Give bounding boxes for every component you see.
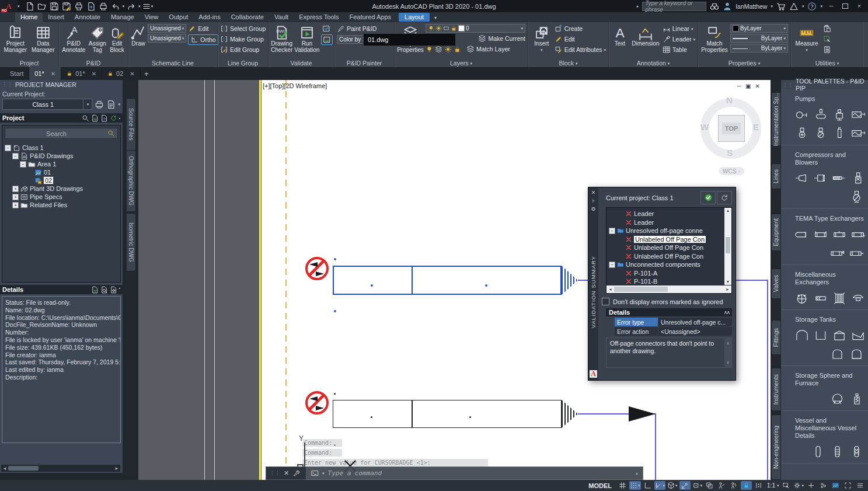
close-button[interactable]: × <box>854 2 864 11</box>
panel-label-block[interactable]: Block▾ <box>528 59 608 67</box>
validation-item-5[interactable]: Unlabeled Off Page Con <box>609 252 731 261</box>
command-grip-icon[interactable]: ⋮⋮ <box>270 471 280 476</box>
new-file-button[interactable] <box>25 1 35 11</box>
ribbon-tab-view[interactable]: View <box>140 12 164 22</box>
lock-ui-button[interactable] <box>741 481 752 490</box>
panel-close-icon[interactable]: ✕ <box>591 190 596 198</box>
batch-plot-button[interactable] <box>74 1 84 11</box>
validation-settings-button[interactable] <box>321 34 333 45</box>
viewcube-west[interactable]: W <box>700 122 709 132</box>
panel-label-annotation[interactable]: Annotation▾ <box>609 59 698 67</box>
layer-freeze-icon[interactable] <box>443 25 449 32</box>
chevron-down-icon[interactable]: ▾ <box>138 4 141 8</box>
plot-button[interactable] <box>98 1 109 11</box>
exchanger-bes-icon[interactable] <box>832 227 847 241</box>
vp-restore-icon[interactable]: ▣ <box>745 83 751 89</box>
model-space-button[interactable]: MODEL <box>584 482 616 489</box>
detail-key[interactable]: Error action <box>615 327 658 336</box>
ignore-errors-checkbox[interactable]: Don't display errors marked as ignored <box>602 298 732 305</box>
isodraft-button[interactable]: ▾ <box>667 481 678 490</box>
edit-attributes-button[interactable]: Edit Attributes▾ <box>555 45 606 54</box>
ribbon-display-toggle[interactable]: ▾ <box>434 15 437 22</box>
tank-cone-roof-icon[interactable] <box>832 328 847 342</box>
detail-value[interactable]: Unresolved off-page c... <box>658 318 732 326</box>
palette-tab-non-engineering[interactable]: Non-engineering <box>771 415 780 480</box>
drawing-tab-2[interactable]: 01*✕ <box>61 67 102 80</box>
new-drawing-icon[interactable] <box>91 114 99 122</box>
insert-block-button[interactable]: Insert▾ <box>531 24 553 52</box>
detail-preview-icon[interactable] <box>100 286 108 294</box>
leader-button[interactable]: Leader▾ <box>663 34 695 44</box>
layer-bulb-icon[interactable] <box>428 25 434 32</box>
schematic-polyline[interactable] <box>655 413 656 480</box>
chevron-down-icon[interactable]: ▪ <box>119 116 120 120</box>
drawing-tab-1[interactable]: 01*✕ <box>29 67 61 80</box>
palette-tab-equipment[interactable]: Equipment <box>771 214 780 251</box>
ribbon-tab-layout[interactable]: Layout <box>399 13 430 22</box>
wcs-menu[interactable]: WCS▿ <box>719 167 744 175</box>
ribbon-tab-home[interactable]: Home <box>15 12 43 22</box>
furnace-icon[interactable] <box>849 392 864 406</box>
match-layer-button[interactable]: Match Layer <box>466 44 510 54</box>
drawing-tab-0[interactable]: Start <box>5 67 29 80</box>
save-button[interactable] <box>49 1 60 11</box>
signed-in-user[interactable]: IanMatthew <box>735 3 767 10</box>
vessel-packed-icon[interactable] <box>849 444 864 458</box>
tree-expander-icon[interactable]: − <box>609 228 615 234</box>
new-drawing-tab-button[interactable]: + <box>141 67 152 80</box>
edit-line-button[interactable]: Edit <box>188 24 218 33</box>
pump-vertical-centrifugal-icon[interactable] <box>832 107 847 121</box>
workspace-switching-button[interactable] <box>780 481 792 490</box>
tab-close-icon[interactable]: ✕ <box>92 71 96 77</box>
exchanger-spiral-icon[interactable] <box>851 291 866 305</box>
measure-button[interactable]: Measure▾ <box>793 24 820 52</box>
app-store-cart-icon[interactable] <box>776 2 786 11</box>
annotation-visibility-button[interactable] <box>716 481 727 490</box>
palette-tab-fittings[interactable]: Fittings <box>771 320 780 355</box>
palette-tab-instruments[interactable]: Instruments <box>771 368 780 411</box>
pump-vertical-cylinder-icon[interactable] <box>832 126 847 140</box>
side-tab-source-files[interactable]: Source Files <box>127 98 136 151</box>
panel-label-layers[interactable]: Layers▾ <box>395 59 528 67</box>
tab-close-icon[interactable]: ✕ <box>130 71 134 77</box>
validation-item-7[interactable]: P-101-A <box>609 269 731 278</box>
restore-button[interactable] <box>840 2 850 11</box>
blower-vertical-icon[interactable] <box>851 171 866 185</box>
select-group-button[interactable]: Select Group <box>220 24 266 33</box>
tank-small-flat-icon[interactable] <box>849 347 864 361</box>
ribbon-tab-collaborate[interactable]: Collaborate <box>226 12 269 22</box>
application-menu-button[interactable]: A PID <box>0 0 18 12</box>
scrollbar-thumb[interactable] <box>614 287 668 292</box>
table-button[interactable]: Table <box>663 45 695 54</box>
edit-group-button[interactable]: Edit Group <box>220 45 259 54</box>
command-close-icon[interactable]: ✕ <box>284 469 289 477</box>
settings-gear-button[interactable]: ▾ <box>793 481 804 490</box>
search-expand-icon[interactable]: ▸ <box>637 4 639 8</box>
pump-sump-icon[interactable] <box>795 126 810 140</box>
tank-open-top-icon[interactable] <box>814 328 828 342</box>
viewcube-north[interactable]: N <box>726 95 733 105</box>
tree-expander-icon[interactable]: − <box>12 153 19 159</box>
palette-tab-lines[interactable]: Lines <box>771 163 780 189</box>
paste-button[interactable] <box>822 24 832 33</box>
ortho-mode-button[interactable] <box>642 481 653 490</box>
object-snap-button[interactable]: ▾ <box>692 481 703 490</box>
validation-item-4[interactable]: Unlabeled Off Page Con <box>609 243 731 252</box>
linetype-combo[interactable]: ByLayer▾ <box>730 44 788 53</box>
exchanger-aes-icon[interactable] <box>814 227 828 241</box>
ribbon-tab-manage[interactable]: Manage <box>106 12 140 22</box>
line-assignment-combo-1[interactable]: Unassigned▾ <box>148 24 186 33</box>
run-validation-button[interactable]: Run Validation <box>294 24 319 53</box>
palette-grip-icon[interactable]: ⋮⋮ <box>2 82 13 87</box>
polar-tracking-button[interactable]: ▾ <box>654 481 666 490</box>
ribbon-tab-insert[interactable]: Insert <box>43 12 69 22</box>
chevron-down-icon[interactable]: ▾ <box>663 483 665 487</box>
detail-doc1-icon[interactable] <box>91 286 99 294</box>
project-tree-item-plant-3d-drawings[interactable]: +Plant 3D Drawings <box>5 184 120 193</box>
validation-item-3[interactable]: Unlabeled Off Page Con <box>609 235 731 244</box>
open-file-button[interactable] <box>37 1 47 11</box>
isolate-objects-button[interactable] <box>818 481 829 490</box>
exchanger-double-pipe-icon[interactable] <box>814 291 828 305</box>
hardware-acceleration-button[interactable] <box>753 481 764 490</box>
data-manager-button[interactable]: Data Manager <box>30 24 57 53</box>
